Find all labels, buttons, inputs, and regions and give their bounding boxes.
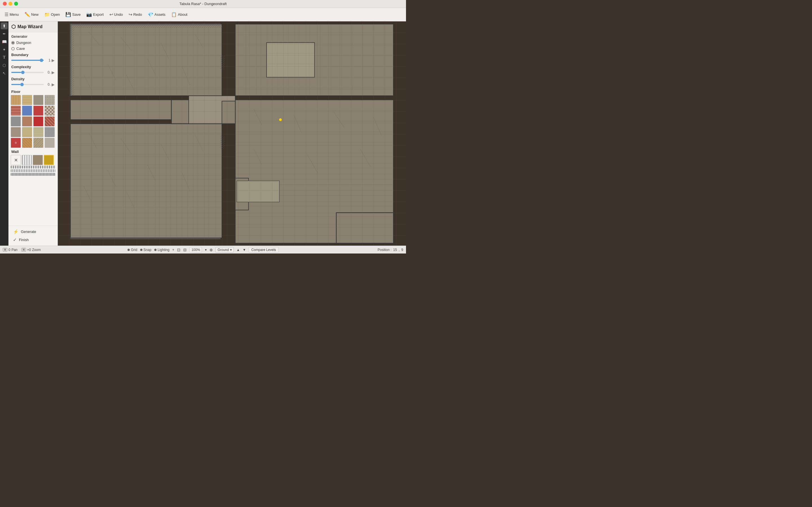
complexity-expand-icon[interactable]: ▶ [52,70,55,75]
cave-radio[interactable]: Cave [11,46,55,52]
plus0-label: +0 [27,248,31,252]
close-button[interactable] [3,2,7,6]
snap-item[interactable]: Snap [140,248,151,252]
level-down-icon[interactable]: ▼ [243,248,246,252]
floor-tile-11[interactable] [45,116,55,126]
ground-label: Ground [218,248,229,252]
tool-select[interactable]: ↖ [1,70,8,76]
wall-tile-3[interactable] [44,155,54,165]
floor-tile-6[interactable] [33,106,43,116]
chevron-down-icon[interactable]: ▾ [205,248,207,252]
status-bar: ⌘ 0 Pan ⌘ +0 Zoom Grid Snap Lighting + ⊡… [0,245,406,253]
floor-tile-15[interactable] [45,127,55,137]
density-expand-icon[interactable]: ▶ [52,82,55,87]
dungeon-radio[interactable]: Dungeon [11,40,55,46]
wall-color-1[interactable] [11,166,55,168]
export-button[interactable]: 📷 Export [84,11,106,18]
wand-icon: ⬡ [11,24,16,30]
pan-label: Pan [11,248,17,252]
minimize-button[interactable] [8,2,12,6]
tool-cube[interactable]: ⬡ [1,62,8,69]
floor-tile-17[interactable] [22,138,32,148]
wall-tile-2[interactable] [33,155,43,165]
boundary-fill [11,60,44,61]
wall-grid: ✕ [8,155,57,165]
redo-button[interactable]: ↪ Redo [126,11,144,18]
generate-button[interactable]: ⚡ Generate [11,228,55,236]
tool-book[interactable]: 📖 [1,38,8,45]
menu-button[interactable]: ☰ Menu [2,11,21,18]
lighting-radio [154,249,156,251]
boundary-expand-icon[interactable]: ▶ [52,58,55,62]
plus-icon[interactable]: + [172,248,174,252]
compass-icon: ⊕ [209,247,213,252]
floor-tile-8[interactable] [11,116,21,126]
compare-levels-button[interactable]: Compare Levels [249,247,278,252]
level-up-icon[interactable]: ▲ [237,248,240,252]
panel-actions: ⚡ Generate ✓ Finish [8,226,58,245]
floor-tile-2[interactable] [33,95,43,105]
floor-tile-13[interactable] [22,127,32,137]
lock-icon[interactable]: ⊟ [183,247,187,252]
floor-tile-4[interactable] [11,106,21,116]
complexity-value: 0. [45,70,50,74]
floor-tile-0[interactable] [11,95,21,105]
wall-color-2[interactable] [11,169,55,172]
floor-tile-3[interactable] [45,95,55,105]
boundary-thumb[interactable] [40,59,43,62]
floor-tile-1[interactable] [22,95,32,105]
wall-tile-1[interactable] [22,155,32,165]
dungeon-radio-circle [11,41,15,45]
floor-tile-5[interactable] [22,106,32,116]
fit-icon[interactable]: ⊡ [177,247,181,252]
density-fill [11,84,20,85]
finish-icon: ✓ [13,237,17,242]
kbd-icon: ⌘ [3,248,7,251]
density-thumb[interactable] [20,83,24,86]
toolbar: ☰ Menu ✏️ New 📁 Open 💾 Save 📷 Export ↩ U… [0,8,406,21]
open-button[interactable]: 📁 Open [42,11,62,18]
svg-rect-112 [220,136,224,149]
tool-pointer[interactable]: ⬆ [1,22,8,29]
floor-tile-12[interactable] [11,127,21,137]
about-button[interactable]: 📋 About [169,11,190,18]
pos-y: 9 [401,248,403,252]
floor-tile-16[interactable] [11,138,21,148]
maximize-button[interactable] [14,2,18,6]
undo-button[interactable]: ↩ Undo [107,11,125,18]
export-icon: 📷 [86,12,92,17]
cave-radio-label: Cave [16,47,25,51]
floor-tile-18[interactable] [33,138,43,148]
status-left: ⌘ 0 Pan ⌘ +0 Zoom [3,248,41,252]
wall-tile-0[interactable]: ✕ [11,155,21,165]
new-button[interactable]: ✏️ New [22,11,41,18]
snap-radio [140,249,142,251]
floor-tile-7[interactable] [45,106,55,116]
tool-text[interactable]: T [1,54,8,61]
floor-tile-14[interactable] [33,127,43,137]
zoom-level[interactable]: 100% [190,247,202,252]
floor-tile-19[interactable] [45,138,55,148]
svg-rect-127 [70,24,72,96]
svg-rect-120 [222,101,235,124]
map-area[interactable] [58,21,406,245]
complexity-thumb[interactable] [21,71,24,74]
tool-stamp[interactable]: ✦ [1,46,8,53]
save-button[interactable]: 💾 Save [63,11,83,18]
window-title: Tabula Rasa* - Dungeondraft [179,2,227,6]
grid-item[interactable]: Grid [128,248,137,252]
finish-button[interactable]: ✓ Finish [11,236,55,244]
zoom-label: Zoom [32,248,41,252]
assets-button[interactable]: 💎 Assets [146,11,168,18]
floor-tile-9[interactable] [22,116,32,126]
grid-radio [128,249,130,251]
wall-color-3[interactable] [11,173,55,176]
lighting-item[interactable]: Lighting [154,248,169,252]
svg-rect-113 [267,43,315,77]
ground-dropdown[interactable]: Ground ▾ [216,247,234,252]
floor-tile-10[interactable] [33,116,43,126]
dungeon-radio-label: Dungeon [16,41,31,45]
status-center: Grid Snap Lighting + ⊡ ⊟ 100% ▾ ⊕ Ground… [128,247,278,252]
floor-label: Floor [8,88,57,95]
tool-draw[interactable]: ✒ [1,31,8,37]
